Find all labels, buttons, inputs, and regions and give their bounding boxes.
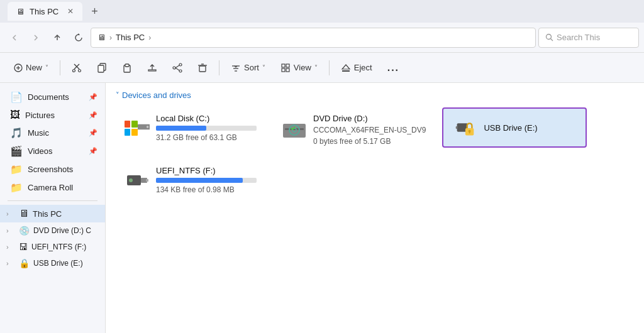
svg-rect-13 [148, 70, 156, 71]
view-button[interactable]: View ˅ [274, 57, 324, 79]
eject-label: Eject [354, 63, 372, 72]
uefi-bar-bg [156, 178, 257, 183]
dvd-icon-container [282, 117, 307, 143]
sidebar-label-pictures: Pictures [25, 111, 55, 120]
new-chevron: ˅ [45, 64, 48, 71]
sidebar-label-documents: Documents [28, 92, 69, 102]
sidebar-item-screenshots[interactable]: 📁 Screenshots [0, 160, 105, 178]
svg-rect-27 [286, 68, 289, 72]
new-button[interactable]: New ˅ [8, 57, 55, 79]
uefi-icon: 🖫 [19, 242, 28, 252]
toolbar-separator-2 [219, 60, 219, 75]
toolbar-separator-1 [60, 60, 60, 75]
windows-logo-icon [125, 121, 138, 136]
rename-button[interactable] [141, 57, 164, 79]
refresh-button[interactable] [69, 28, 88, 47]
svg-rect-10 [98, 65, 104, 72]
svg-point-7 [73, 69, 75, 72]
svg-rect-29 [342, 70, 350, 72]
drive-item-uefi-ntfs[interactable]: UEFI_NTFS (F:) 134 KB free of 0.98 MB [116, 160, 265, 200]
sort-chevron: ˅ [262, 64, 265, 71]
uefi-ntfs-info: UEFI_NTFS (F:) 134 KB free of 0.98 MB [156, 166, 257, 194]
sort-label: Sort [244, 63, 259, 72]
svg-point-16 [173, 67, 175, 69]
svg-rect-37 [456, 126, 458, 129]
sidebar-item-usb-drive[interactable]: › 🔒 USB Drive (E:) [0, 255, 105, 271]
sidebar: 📄 Documents 📌 🖼 Pictures 📌 🎵 Music 📌 🎬 V… [0, 83, 106, 333]
hdd-body-icon [138, 124, 150, 130]
sidebar-label-screenshots: Screenshots [28, 165, 73, 174]
view-chevron: ˅ [314, 64, 318, 71]
delete-button[interactable] [191, 57, 214, 79]
search-box[interactable]: Search This [538, 28, 639, 48]
dvd-drive-icon [282, 117, 307, 143]
camera-roll-icon: 📁 [10, 182, 23, 194]
content-area: ˅ Devices and drives [106, 83, 644, 333]
sort-button[interactable]: Sort ˅ [225, 57, 272, 79]
local-disk-icon-container [125, 116, 150, 141]
usb-drive-icon [452, 114, 477, 141]
sidebar-item-music[interactable]: 🎵 Music 📌 [0, 124, 105, 142]
svg-rect-12 [125, 64, 129, 67]
sidebar-item-uefi-ntfs[interactable]: › 🖫 UEFI_NTFS (F:) [0, 239, 105, 255]
up-button[interactable] [48, 28, 67, 47]
uefi-drive-icon [125, 170, 150, 190]
share-button[interactable] [166, 57, 189, 79]
usb-drive-name: USB Drive (E:) [484, 123, 537, 133]
sidebar-item-videos[interactable]: 🎬 Videos 📌 [0, 142, 105, 160]
main-layout: 📄 Documents 📌 🖼 Pictures 📌 🎵 Music 📌 🎬 V… [0, 83, 644, 333]
address-path[interactable]: 🖥 › This PC › [91, 28, 536, 48]
dvd-drive-info: DVD Drive (D:) CCCOMA_X64FRE_EN-US_DV9 0… [313, 114, 426, 146]
path-chevron-1: › [109, 33, 112, 42]
tab-close-button[interactable]: ✕ [67, 7, 74, 16]
new-tab-button[interactable]: + [87, 5, 102, 18]
view-label: View [294, 63, 311, 72]
sidebar-item-documents[interactable]: 📄 Documents 📌 [0, 88, 105, 106]
dvd-drive-nav-icon: 💿 [19, 226, 30, 236]
drive-item-dvd-drive[interactable]: DVD Drive (D:) CCCOMA_X64FRE_EN-US_DV9 0… [273, 107, 435, 152]
documents-icon: 📄 [10, 91, 23, 103]
pin-icon-documents: 📌 [89, 93, 97, 101]
svg-rect-26 [282, 68, 285, 72]
sidebar-item-pictures[interactable]: 🖼 Pictures 📌 [0, 106, 105, 124]
path-computer-icon: 🖥 [97, 33, 106, 42]
expand-usb-drive: › [6, 259, 15, 267]
sidebar-item-camera-roll[interactable]: 📁 Camera Roll [0, 178, 105, 197]
pin-icon-pictures: 📌 [89, 111, 97, 119]
svg-point-15 [179, 70, 182, 72]
sidebar-item-dvd-drive[interactable]: › 💿 DVD Drive (D:) C [0, 222, 105, 239]
more-button[interactable]: ... [381, 57, 406, 79]
svg-rect-25 [286, 64, 289, 67]
expand-dvd-drive: › [6, 227, 15, 234]
drive-item-local-disk[interactable]: Local Disk (C:) 31.2 GB free of 63.1 GB [116, 107, 265, 148]
section-title: ˅ Devices and drives [116, 90, 634, 100]
back-button[interactable] [5, 28, 24, 47]
svg-line-17 [175, 65, 179, 68]
usb-drive-nav-icon: 🔒 [19, 258, 30, 268]
sidebar-label-uefi-ntfs: UEFI_NTFS (F:) [31, 243, 86, 251]
pin-icon-videos: 📌 [89, 147, 97, 155]
sidebar-divider [8, 200, 97, 201]
expand-uefi-ntfs: › [6, 243, 15, 251]
pictures-icon: 🖼 [10, 109, 20, 121]
local-disk-info: Local Disk (C:) 31.2 GB free of 63.1 GB [156, 114, 257, 142]
svg-rect-40 [469, 131, 470, 134]
tab-this-pc[interactable]: 🖥 This PC ✕ [8, 2, 82, 21]
tab-icon: 🖥 [16, 7, 25, 16]
path-segment: This PC [116, 33, 145, 42]
path-chevron-2: › [148, 33, 151, 42]
dvd-drive-subtitle: CCCOMA_X64FRE_EN-US_DV9 [313, 126, 426, 134]
paste-button[interactable] [116, 57, 138, 79]
search-placeholder: Search This [557, 33, 600, 42]
svg-line-1 [551, 39, 553, 41]
forward-button[interactable] [26, 28, 45, 47]
copy-button[interactable] [91, 57, 113, 79]
svg-line-18 [175, 68, 179, 70]
sidebar-item-this-pc[interactable]: › 🖥 This PC [0, 205, 105, 222]
local-disk-bar-bg [156, 126, 257, 131]
pin-icon-music: 📌 [89, 129, 97, 137]
tab-label: This PC [30, 7, 58, 16]
eject-button[interactable]: Eject [335, 57, 379, 79]
drive-item-usb-drive[interactable]: USB Drive (E:) [442, 107, 587, 148]
cut-button[interactable] [65, 57, 88, 79]
